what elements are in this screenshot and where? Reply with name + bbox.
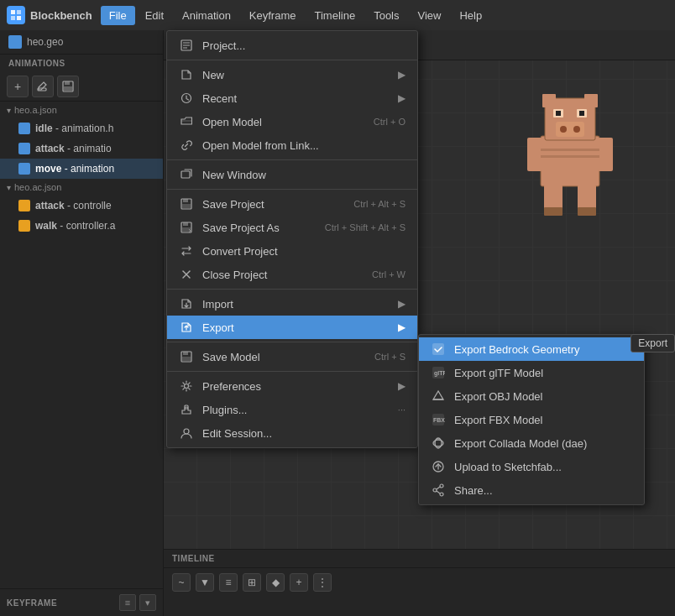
menu-tools[interactable]: Tools: [365, 6, 407, 25]
ctrl-group-label: heo.ac.json: [14, 182, 61, 192]
toolbar-sep-1: [201, 37, 201, 54]
move-label: move - animation: [35, 163, 114, 175]
svg-rect-29: [527, 138, 542, 171]
lock-button[interactable]: [315, 34, 337, 56]
anim-icon-move: [18, 163, 30, 175]
anim-controls: +: [0, 72, 163, 102]
chevron-down-icon-2: ▾: [7, 183, 11, 192]
tl-wave-icon[interactable]: ~: [172, 573, 191, 592]
tl-layers-icon[interactable]: ≡: [219, 573, 238, 592]
animations-section-header: ANIMATIONS: [0, 55, 163, 72]
svg-rect-6: [65, 81, 70, 85]
logo-icon: [7, 6, 25, 24]
timeline-label: TIMELINE: [172, 554, 215, 563]
svg-point-9: [180, 43, 185, 48]
svg-point-8: [176, 39, 188, 51]
menu-timeline[interactable]: Timeline: [306, 6, 364, 25]
sidebar-item-attack-ctrl[interactable]: attack - controlle: [0, 196, 163, 216]
svg-rect-30: [598, 138, 613, 171]
app-title: Blockbench: [30, 9, 92, 22]
character-model: [524, 86, 625, 237]
local-label: Local: [216, 39, 240, 51]
timeline-header: TIMELINE: [164, 550, 675, 568]
menu-animation[interactable]: Animation: [174, 6, 239, 25]
tl-key-icon[interactable]: ◆: [266, 573, 285, 592]
file-name: heo.geo: [27, 36, 63, 48]
walk-ctrl-label: walk - controller.a: [35, 220, 115, 232]
ctrl-icon-walk: [18, 220, 30, 232]
dropdown-arrow-icon: ▾: [243, 39, 249, 51]
timeline-section: TIMELINE ~ ▼ ≡ ⊞ ◆ + ⋮: [164, 549, 675, 616]
menu-keyframe[interactable]: Keyframe: [241, 6, 305, 25]
svg-rect-27: [542, 94, 556, 107]
svg-point-25: [560, 126, 567, 133]
target-icon[interactable]: [170, 34, 194, 57]
kf-down-button[interactable]: ▾: [139, 594, 156, 611]
sidebar-item-move[interactable]: move - animation: [0, 159, 163, 179]
svg-rect-7: [64, 86, 72, 91]
svg-rect-1: [17, 10, 21, 14]
svg-rect-28: [584, 94, 598, 107]
attack-label: attack - animatio: [35, 143, 112, 154]
tl-list-icon[interactable]: ⊞: [243, 573, 261, 592]
menu-help[interactable]: Help: [451, 6, 490, 25]
anim-group-heo-ac[interactable]: ▾ heo.ac.json: [0, 179, 163, 196]
chevron-down-icon: ▾: [7, 106, 11, 115]
keyframe-section: KEYFRAME ≡ ▾: [0, 588, 163, 616]
svg-rect-34: [578, 207, 596, 216]
anim-icon-attack: [18, 143, 30, 154]
entity-arrow-icon: ▾: [297, 39, 302, 51]
svg-rect-2: [11, 16, 15, 20]
viewport: [164, 60, 675, 549]
local-dropdown[interactable]: Local ▾: [208, 36, 256, 55]
main-layout: heo.geo ANIMATIONS + ▾ heo.a.json: [0, 30, 675, 616]
app-logo: Blockbench: [7, 6, 92, 24]
viewport-toolbar: Local ▾ Entity ▾: [164, 30, 675, 60]
anim-icon-idle: [18, 123, 30, 134]
tl-menu-icon[interactable]: ⋮: [313, 573, 332, 592]
timeline-controls: ~ ▼ ≡ ⊞ ◆ + ⋮: [164, 568, 675, 597]
svg-rect-3: [17, 16, 21, 20]
menu-view[interactable]: View: [410, 6, 450, 25]
add-anim-button[interactable]: +: [7, 76, 29, 97]
tl-filter-icon[interactable]: ▼: [196, 573, 214, 592]
tl-add-icon[interactable]: +: [290, 573, 308, 592]
entity-dropdown[interactable]: Entity ▾: [261, 36, 310, 55]
sidebar-item-attack[interactable]: attack - animatio: [0, 138, 163, 159]
svg-rect-0: [11, 10, 15, 14]
menu-edit[interactable]: Edit: [137, 6, 172, 25]
svg-rect-23: [579, 111, 584, 116]
attack-ctrl-label: attack - controlle: [35, 200, 112, 211]
keyframe-controls: ≡ ▾: [119, 594, 156, 611]
file-icon: [8, 35, 22, 49]
svg-point-26: [573, 126, 580, 133]
sidebar-item-walk-ctrl[interactable]: walk - controller.a: [0, 216, 163, 236]
menubar: Blockbench File Edit Animation Keyframe …: [0, 0, 675, 30]
entity-label: Entity: [269, 39, 294, 51]
menu-file[interactable]: File: [101, 6, 135, 25]
svg-point-15: [325, 46, 327, 48]
svg-rect-22: [556, 111, 561, 116]
sidebar: heo.geo ANIMATIONS + ▾ heo.a.json: [0, 30, 164, 616]
edit-anim-button[interactable]: [32, 76, 54, 97]
svg-rect-16: [541, 136, 599, 186]
ctrl-icon-attack: [18, 200, 30, 211]
svg-rect-36: [541, 155, 599, 158]
svg-rect-33: [544, 207, 562, 216]
idle-label: idle - animation.h: [35, 123, 113, 134]
sidebar-item-idle[interactable]: idle - animation.h: [0, 118, 163, 138]
anim-group-heo[interactable]: ▾ heo.a.json: [0, 102, 163, 118]
sidebar-file: heo.geo: [0, 30, 163, 55]
anim-group-label: heo.a.json: [14, 105, 57, 115]
svg-rect-35: [541, 149, 599, 151]
save-anim-button[interactable]: [57, 76, 79, 97]
keyframe-label: KEYFRAME: [7, 598, 57, 608]
kf-eq-button[interactable]: ≡: [119, 594, 136, 611]
content-area: Local ▾ Entity ▾: [164, 30, 675, 616]
